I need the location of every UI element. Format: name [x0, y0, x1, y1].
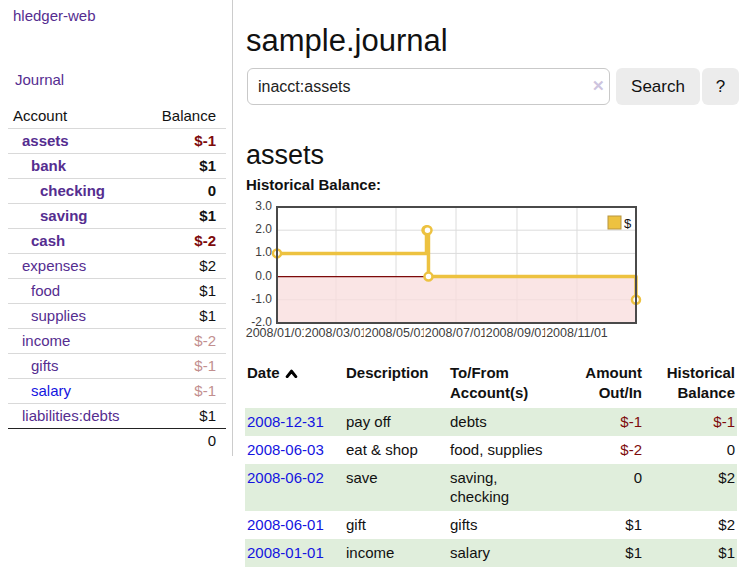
account-link[interactable]: assets — [22, 132, 69, 149]
account-balance: 0 — [143, 179, 226, 204]
account-balance: $1 — [143, 279, 226, 304]
transaction-description: eat & shop — [346, 436, 450, 464]
sidebar-item-journal[interactable]: Journal — [15, 71, 64, 88]
account-link[interactable]: supplies — [31, 307, 86, 324]
accounts-header-row: Account Balance — [8, 104, 226, 129]
transaction-description: income — [346, 539, 450, 567]
transaction-row[interactable]: 2008-12-31pay offdebts$-1$-1 — [245, 408, 737, 436]
account-link[interactable]: food — [31, 282, 60, 299]
balance-chart: $ 3.02.01.00.0-1.0-2.02008/01/012008/03/… — [240, 200, 742, 345]
account-link[interactable]: gifts — [31, 357, 59, 374]
account-row: liabilities:debts$1 — [8, 404, 226, 429]
account-row: salary$-1 — [8, 379, 226, 404]
transaction-amount: 0 — [562, 464, 642, 511]
account-balance: $1 — [143, 304, 226, 329]
svg-text:$: $ — [624, 216, 632, 231]
transactions-header-description: Description — [346, 361, 450, 408]
account-balance: $2 — [143, 254, 226, 279]
transaction-description: save — [346, 464, 450, 511]
account-link[interactable]: bank — [31, 157, 66, 174]
transaction-description: pay off — [346, 408, 450, 436]
transactions-header-date[interactable]: Date — [245, 361, 346, 408]
sort-ascending-icon — [285, 369, 298, 378]
transactions-header-balance: Historical Balance — [642, 361, 737, 408]
date-header-label: Date — [247, 364, 280, 381]
clear-search-icon[interactable]: ✕ — [592, 77, 605, 95]
y-tick-label: 1.0 — [240, 245, 272, 259]
transaction-amount: $1 — [562, 511, 642, 539]
account-row: expenses$2 — [8, 254, 226, 279]
account-balance: $1 — [143, 154, 226, 179]
help-button[interactable]: ? — [702, 68, 739, 105]
account-link[interactable]: income — [22, 332, 70, 349]
transaction-accounts: saving, checking — [450, 464, 562, 511]
account-balance: $-1 — [143, 379, 226, 404]
transaction-amount: $1 — [562, 539, 642, 567]
transaction-balance: $-1 — [642, 408, 737, 436]
account-balance: $-1 — [143, 354, 226, 379]
account-row: saving$1 — [8, 204, 226, 229]
x-tick-label: 2008/05/01 — [364, 326, 429, 340]
x-tick-label: 2008/07/01 — [424, 326, 489, 340]
y-tick-label: 3.0 — [240, 199, 272, 213]
transaction-amount: $-1 — [562, 408, 642, 436]
transaction-accounts: food, supplies — [450, 436, 562, 464]
x-tick-label: 2008/11/01 — [545, 326, 609, 340]
x-tick-label: 2008/01/01 — [245, 326, 310, 340]
account-link[interactable]: checking — [40, 182, 105, 199]
account-row: cash$-2 — [8, 229, 226, 254]
account-link[interactable]: salary — [31, 382, 71, 399]
account-link[interactable]: expenses — [22, 257, 86, 274]
transaction-date-link[interactable]: 2008-06-03 — [247, 441, 324, 458]
account-link[interactable]: saving — [40, 207, 88, 224]
y-tick-label: 2.0 — [240, 222, 272, 236]
transaction-date-link[interactable]: 2008-12-31 — [247, 413, 324, 430]
app-title-link[interactable]: hledger-web — [13, 7, 96, 24]
account-row: gifts$-1 — [8, 354, 226, 379]
search-input[interactable] — [247, 68, 610, 105]
chart-heading: Historical Balance: — [246, 176, 381, 193]
transaction-amount: $-2 — [562, 436, 642, 464]
account-heading: assets — [246, 140, 324, 171]
account-balance: $1 — [143, 404, 226, 429]
transaction-balance: $2 — [642, 511, 737, 539]
search-button[interactable]: Search — [616, 68, 700, 105]
account-link[interactable]: cash — [31, 232, 65, 249]
account-balance: $-2 — [143, 229, 226, 254]
account-row: checking0 — [8, 179, 226, 204]
x-tick-label: 2008/09/01 — [485, 326, 550, 340]
balance-chart-svg: $ — [240, 200, 680, 345]
account-balance: $1 — [143, 204, 226, 229]
transaction-date-link[interactable]: 2008-06-02 — [247, 469, 324, 486]
accounts-table-body: assets$-1bank$1checking0saving$1cash$-2e… — [8, 129, 226, 429]
y-tick-label: 0.0 — [240, 269, 272, 283]
transactions-header-accounts: To/From Account(s) — [450, 361, 562, 408]
transaction-accounts: gifts — [450, 511, 562, 539]
accounts-table: Account Balance assets$-1bank$1checking0… — [8, 104, 226, 453]
transaction-row[interactable]: 2008-06-01giftgifts$1$2 — [245, 511, 737, 539]
account-balance: $-2 — [143, 329, 226, 354]
sidebar: hledger-web Journal Account Balance asse… — [0, 0, 233, 456]
transaction-balance: $1 — [642, 539, 737, 567]
account-balance: $-1 — [143, 129, 226, 154]
transaction-accounts: debts — [450, 408, 562, 436]
page-title: sample.journal — [246, 23, 448, 59]
accounts-total-value: 0 — [143, 429, 226, 454]
transaction-row[interactable]: 2008-06-03eat & shopfood, supplies$-20 — [245, 436, 737, 464]
accounts-total-spacer — [8, 429, 143, 454]
transactions-header-amount: Amount Out/In — [562, 361, 642, 408]
account-row: bank$1 — [8, 154, 226, 179]
transaction-row[interactable]: 2008-01-01incomesalary$1$1 — [245, 539, 737, 567]
transaction-date-link[interactable]: 2008-01-01 — [247, 544, 324, 561]
account-row: food$1 — [8, 279, 226, 304]
accounts-header-account: Account — [8, 104, 143, 129]
account-row: assets$-1 — [8, 129, 226, 154]
x-tick-label: 2008/03/01 — [304, 326, 369, 340]
transactions-table: Date Description To/From Account(s) Amou… — [245, 361, 737, 567]
transaction-accounts: salary — [450, 539, 562, 567]
transaction-date-link[interactable]: 2008-06-01 — [247, 516, 324, 533]
account-link[interactable]: liabilities:debts — [22, 407, 120, 424]
transaction-row[interactable]: 2008-06-02savesaving, checking0$2 — [245, 464, 737, 511]
accounts-total-row: 0 — [8, 429, 226, 454]
accounts-header-balance: Balance — [143, 104, 226, 129]
